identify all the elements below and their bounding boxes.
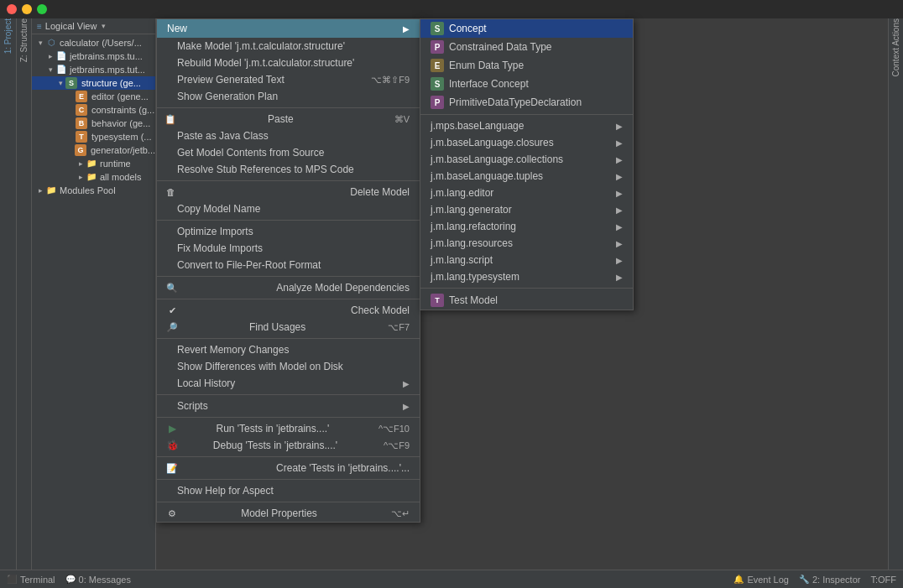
submenu-item-lang-generator[interactable]: j.m.lang.generator ▶ — [420, 201, 633, 218]
menu-item-paste-java[interactable]: Paste as Java Class — [157, 127, 420, 144]
submenu-item-lang-script[interactable]: j.m.lang.script ▶ — [420, 252, 633, 268]
expand-arrow: ▾ — [35, 39, 45, 47]
structure-stripe[interactable]: Z: Structure — [17, 18, 32, 570]
menu-item-label: Make Model 'j.m.t.calculator.structure' — [177, 40, 345, 52]
menu-item-create-tests[interactable]: 📝 Create 'Tests in 'jetbrains....'... — [157, 460, 420, 476]
terminal-tab[interactable]: ⬛ Terminal — [7, 575, 55, 585]
submenu-item-label: j.mps.baseLanguage — [431, 120, 524, 132]
menu-item-get-model[interactable]: Get Model Contents from Source — [157, 144, 420, 161]
submenu-item-lang-editor[interactable]: j.m.lang.editor ▶ — [420, 185, 633, 201]
menu-item-model-props[interactable]: ⚙ Model Properties ⌥↵ — [157, 505, 420, 522]
menu-item-label: Delete Model — [350, 186, 410, 198]
menu-item-run-tests[interactable]: ▶ Run 'Tests in 'jetbrains....' ^⌥F10 — [157, 420, 420, 437]
menu-item-label: Create 'Tests in 'jetbrains....'... — [276, 462, 410, 474]
menu-item-fix-module[interactable]: Fix Module Imports — [157, 240, 420, 257]
tree-item-label: constraints (g... — [91, 105, 154, 115]
menu-item-show-help[interactable]: Show Help for Aspect — [157, 482, 420, 499]
messages-tab[interactable]: 💬 0: Messages — [65, 575, 131, 585]
menu-item-label: Analyze Model Dependencies — [276, 282, 410, 294]
menu-item-label: Show Help for Aspect — [177, 485, 274, 497]
context-actions-sidebar[interactable]: Context Actions — [888, 18, 903, 570]
menu-item-copy-model-name[interactable]: Copy Model Name — [157, 200, 420, 217]
sub-separator-1 — [420, 114, 633, 115]
submenu-item-label: j.m.lang.script — [431, 254, 493, 266]
submenu-item-label: Interface Concept — [449, 78, 529, 90]
menu-item-label: Get Model Contents from Source — [177, 147, 324, 159]
tree-item-modulespool[interactable]: ▸ 📁 Modules Pool — [32, 184, 155, 197]
tree-item-label: jetbrains.mps.tu... — [70, 51, 143, 61]
tree-item-jetbrains2[interactable]: ▾ 📄 jetbrains.mps.tut... — [32, 63, 155, 76]
menu-item-check-model[interactable]: ✔ Check Model — [157, 302, 420, 319]
menu-item-label: Paste — [268, 113, 294, 125]
submenu-item-primitive[interactable]: P PrimitiveDataTypeDeclaration — [420, 93, 633, 112]
submenu-item-interface[interactable]: S Interface Concept — [420, 75, 633, 93]
tree-item-calculator[interactable]: ▾ ⬡ calculator (/Users/... — [32, 36, 155, 49]
tree-item-editor[interactable]: E editor (gene... — [32, 90, 155, 103]
menu-item-find-usages[interactable]: 🔎 Find Usages ⌥F7 — [157, 319, 420, 336]
concept-icon: S — [431, 22, 444, 35]
separator-6 — [157, 338, 420, 339]
submenu-item-lang-refactoring[interactable]: j.m.lang.refactoring ▶ — [420, 218, 633, 235]
submenu-item-base-collections[interactable]: j.m.baseLanguage.collections ▶ — [420, 151, 633, 168]
structure-stripe-label[interactable]: Z: Structure — [19, 18, 29, 69]
menu-item-scripts[interactable]: Scripts ▶ — [157, 398, 420, 414]
tree-item-label: jetbrains.mps.tut... — [70, 65, 145, 75]
panel-header-arrow[interactable]: ▾ — [102, 22, 106, 30]
menu-item-make-model[interactable]: Make Model 'j.m.t.calculator.structure' — [157, 38, 420, 55]
expand-arrow: ▸ — [45, 52, 55, 60]
event-log-button[interactable]: 🔔 Event Log — [733, 575, 789, 585]
tree-item-runtime[interactable]: ▸ 📁 runtime — [32, 157, 155, 170]
menu-item-resolve-stub[interactable]: Resolve Stub References to MPS Code — [157, 161, 420, 178]
tree-item-label: runtime — [100, 159, 131, 169]
submenu-item-base-tuples[interactable]: j.m.baseLanguage.tuples ▶ — [420, 168, 633, 185]
tree-item-jetbrains1[interactable]: ▸ 📄 jetbrains.mps.tu... — [32, 49, 155, 63]
menu-item-rebuild-model[interactable]: Rebuild Model 'j.m.t.calculator.structur… — [157, 55, 420, 71]
menu-item-debug-tests[interactable]: 🐞 Debug 'Tests in 'jetbrains....' ^⌥F9 — [157, 437, 420, 454]
project-stripe-label[interactable]: 1: Project — [3, 18, 13, 60]
submenu-item-base-closures[interactable]: j.m.baseLanguage.closures ▶ — [420, 134, 633, 151]
menu-item-label: Show Generation Plan — [177, 91, 278, 102]
submenu-item-base-lang[interactable]: j.mps.baseLanguage ▶ — [420, 117, 633, 134]
minimize-button[interactable] — [22, 4, 32, 14]
debug-icon: 🐞 — [165, 440, 179, 451]
submenu-item-enum[interactable]: E Enum Data Type — [420, 56, 633, 75]
menu-item-preview-text[interactable]: Preview Generated Text ⌥⌘⇧F9 — [157, 71, 420, 88]
enum-icon: E — [431, 59, 444, 72]
tree-item-label: calculator (/Users/... — [60, 38, 142, 48]
menu-item-show-diff[interactable]: Show Differences with Model on Disk — [157, 358, 420, 375]
tree-item-generator[interactable]: G generator/jetb... — [32, 143, 155, 157]
menu-item-revert-memory[interactable]: Revert Memory Changes — [157, 341, 420, 358]
tree-item-structure[interactable]: ▾ S structure (ge... — [32, 76, 155, 90]
paste-icon: 📋 — [164, 114, 177, 125]
toggle-button[interactable]: T:OFF — [870, 575, 896, 585]
submenu-item-concept[interactable]: S Concept — [420, 19, 633, 38]
menu-item-optimize-imports[interactable]: Optimize Imports — [157, 223, 420, 240]
context-actions-label[interactable]: Context Actions — [891, 18, 900, 83]
find-icon: 🔎 — [165, 322, 179, 333]
submenu-item-lang-resources[interactable]: j.m.lang.resources ▶ — [420, 235, 633, 252]
separator-7 — [157, 394, 420, 395]
submenu-item-lang-typesystem[interactable]: j.m.lang.typesystem ▶ — [420, 268, 633, 285]
tree-item-behavior[interactable]: B behavior (ge... — [32, 117, 155, 130]
menu-item-convert-file[interactable]: Convert to File-Per-Root Format — [157, 257, 420, 273]
menu-item-show-gen-plan[interactable]: Show Generation Plan — [157, 88, 420, 105]
close-button[interactable] — [7, 4, 17, 14]
menu-item-label: Run 'Tests in 'jetbrains....' — [216, 423, 329, 434]
submenu-item-constrained[interactable]: P Constrained Data Type — [420, 38, 633, 56]
arrow-icon: ▶ — [616, 189, 623, 198]
maximize-button[interactable] — [37, 4, 47, 14]
inspector-button[interactable]: 🔧 2: Inspector — [799, 575, 860, 585]
menu-item-analyze-deps[interactable]: 🔍 Analyze Model Dependencies — [157, 279, 420, 296]
menu-item-local-history[interactable]: Local History ▶ — [157, 375, 420, 392]
menu-item-delete-model[interactable]: 🗑 Delete Model — [157, 184, 420, 200]
props-icon: ⚙ — [165, 508, 179, 519]
submenu-item-label: Concept — [449, 23, 487, 34]
panel-header: ≡ Logical View ▾ — [32, 18, 155, 34]
tree-item-typesystem[interactable]: T typesystem (... — [32, 130, 155, 143]
tree-item-constraints[interactable]: C constraints (g... — [32, 103, 155, 117]
menu-item-paste[interactable]: 📋 Paste ⌘V — [157, 111, 420, 127]
tree-item-allmodels[interactable]: ▸ 📁 all models — [32, 170, 155, 184]
project-stripe[interactable]: 1: Project — [0, 18, 17, 570]
submenu-new: S Concept P Constrained Data Type E Enum… — [420, 18, 634, 310]
submenu-item-test-model[interactable]: T Test Model — [420, 291, 633, 310]
